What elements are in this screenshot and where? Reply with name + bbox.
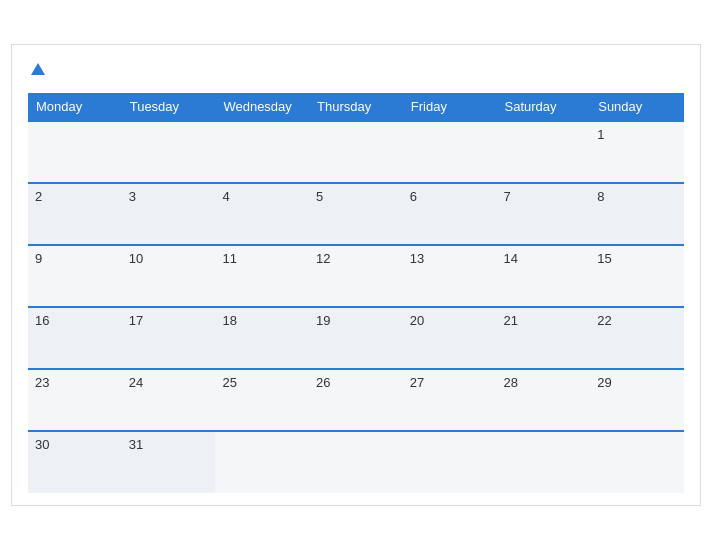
day-number: 12 [316,251,330,266]
day-number: 10 [129,251,143,266]
calendar-cell: 15 [590,245,684,307]
calendar-cell: 24 [122,369,216,431]
calendar-cell: 8 [590,183,684,245]
day-header-sunday: Sunday [590,93,684,121]
calendar-cell: 2 [28,183,122,245]
day-number: 6 [410,189,417,204]
calendar-cell: 16 [28,307,122,369]
calendar-cell: 19 [309,307,403,369]
calendar-week-row: 16171819202122 [28,307,684,369]
calendar-cell: 30 [28,431,122,493]
calendar-body: 1234567891011121314151617181920212223242… [28,121,684,493]
day-number: 3 [129,189,136,204]
calendar-cell: 9 [28,245,122,307]
calendar-header-row: MondayTuesdayWednesdayThursdayFridaySatu… [28,93,684,121]
day-number: 7 [504,189,511,204]
calendar-cell: 12 [309,245,403,307]
calendar-cell: 28 [497,369,591,431]
day-header-wednesday: Wednesday [215,93,309,121]
calendar-cell: 13 [403,245,497,307]
day-header-monday: Monday [28,93,122,121]
calendar-cell [215,121,309,183]
calendar-cell: 1 [590,121,684,183]
logo-triangle-icon [31,63,45,75]
day-header-tuesday: Tuesday [122,93,216,121]
calendar-cell: 23 [28,369,122,431]
day-header-saturday: Saturday [497,93,591,121]
calendar-cell: 20 [403,307,497,369]
calendar-cell: 3 [122,183,216,245]
day-number: 17 [129,313,143,328]
calendar-week-row: 1 [28,121,684,183]
calendar-cell: 10 [122,245,216,307]
calendar-container: MondayTuesdayWednesdayThursdayFridaySatu… [11,44,701,506]
day-number: 4 [222,189,229,204]
calendar-cell [497,431,591,493]
calendar-cell [403,431,497,493]
calendar-week-row: 23242526272829 [28,369,684,431]
day-number: 24 [129,375,143,390]
calendar-cell: 31 [122,431,216,493]
calendar-cell [497,121,591,183]
day-number: 14 [504,251,518,266]
calendar-cell: 26 [309,369,403,431]
day-number: 19 [316,313,330,328]
calendar-table: MondayTuesdayWednesdayThursdayFridaySatu… [28,93,684,493]
day-number: 8 [597,189,604,204]
day-number: 15 [597,251,611,266]
logo-top [28,61,45,79]
calendar-cell: 17 [122,307,216,369]
calendar-cell [590,431,684,493]
day-number: 21 [504,313,518,328]
calendar-cell: 11 [215,245,309,307]
day-number: 30 [35,437,49,452]
day-number: 31 [129,437,143,452]
calendar-cell [403,121,497,183]
calendar-cell: 18 [215,307,309,369]
day-number: 29 [597,375,611,390]
day-number: 5 [316,189,323,204]
calendar-cell: 29 [590,369,684,431]
calendar-week-row: 9101112131415 [28,245,684,307]
calendar-week-row: 3031 [28,431,684,493]
calendar-cell [215,431,309,493]
day-header-friday: Friday [403,93,497,121]
day-number: 28 [504,375,518,390]
logo [28,61,45,79]
day-number: 20 [410,313,424,328]
day-header-thursday: Thursday [309,93,403,121]
day-number: 26 [316,375,330,390]
day-number: 13 [410,251,424,266]
day-number: 22 [597,313,611,328]
calendar-week-row: 2345678 [28,183,684,245]
day-number: 2 [35,189,42,204]
day-number: 9 [35,251,42,266]
day-number: 11 [222,251,236,266]
calendar-cell: 25 [215,369,309,431]
calendar-cell [122,121,216,183]
calendar-cell: 14 [497,245,591,307]
calendar-cell: 21 [497,307,591,369]
day-number: 1 [597,127,604,142]
calendar-cell: 4 [215,183,309,245]
calendar-cell: 5 [309,183,403,245]
calendar-cell: 22 [590,307,684,369]
calendar-cell [28,121,122,183]
calendar-cell: 7 [497,183,591,245]
calendar-cell: 27 [403,369,497,431]
day-number: 23 [35,375,49,390]
calendar-header [28,61,684,79]
day-number: 16 [35,313,49,328]
day-number: 25 [222,375,236,390]
day-number: 18 [222,313,236,328]
calendar-thead: MondayTuesdayWednesdayThursdayFridaySatu… [28,93,684,121]
day-number: 27 [410,375,424,390]
calendar-cell: 6 [403,183,497,245]
calendar-cell [309,431,403,493]
calendar-cell [309,121,403,183]
